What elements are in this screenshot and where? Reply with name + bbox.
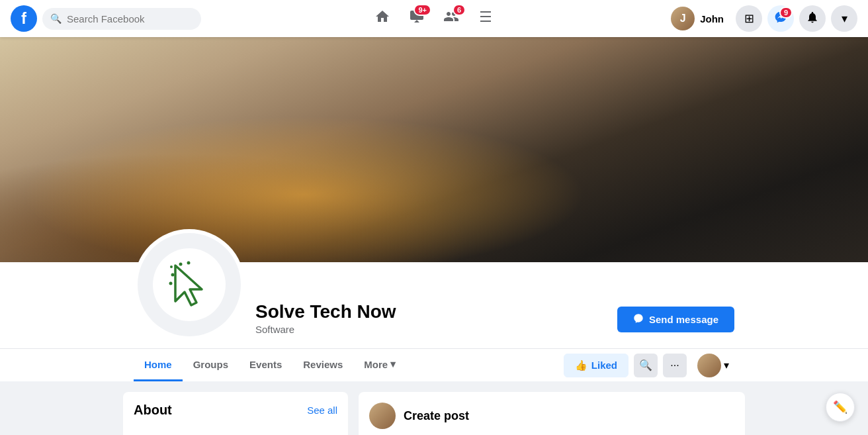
about-card: About See all	[123, 392, 348, 435]
marketplace-nav-button[interactable]	[470, 3, 501, 34]
profile-actions: Send message	[617, 307, 734, 340]
page-name: Solve Tech Now	[255, 301, 607, 322]
tab-reviews[interactable]: Reviews	[292, 350, 353, 381]
see-all-link[interactable]: See all	[307, 405, 337, 416]
navbar-center: 9+ 6	[367, 3, 501, 34]
search-bar-container: 🔍	[42, 8, 201, 30]
user-name: John	[700, 13, 724, 24]
home-nav-button[interactable]	[367, 3, 398, 34]
watch-badge: 9+	[413, 4, 431, 16]
profile-info: Solve Tech Now Software	[255, 301, 607, 340]
home-icon	[374, 9, 390, 28]
watch-nav-button[interactable]: 9+	[401, 3, 433, 34]
user-profile-chip[interactable]: J John	[664, 3, 730, 34]
page-category: Software	[255, 324, 607, 335]
navbar: f 🔍 9+ 6	[0, 0, 868, 37]
svg-point-4	[179, 263, 183, 266]
notifications-button[interactable]	[799, 5, 826, 32]
ellipsis-icon: ···	[670, 360, 679, 371]
app-menu-button[interactable]: ⊞	[736, 5, 762, 32]
tabs-left: Home Groups Events Reviews More ▾	[134, 349, 406, 381]
tab-more[interactable]: More ▾	[353, 349, 406, 381]
create-post-title[interactable]: Create post	[404, 409, 469, 423]
tab-groups[interactable]: Groups	[183, 350, 239, 381]
about-title: About	[134, 403, 172, 418]
edit-post-button[interactable]: ✏️	[826, 393, 855, 422]
messenger-button[interactable]: 9	[767, 5, 794, 32]
messenger-badge: 9	[779, 7, 793, 19]
bottom-inner: About See all Create post	[123, 392, 745, 435]
avatar: J	[671, 7, 695, 30]
account-dropdown-button[interactable]: ▾	[831, 5, 857, 32]
tabs-inner: Home Groups Events Reviews More ▾ 👍 Like…	[123, 349, 745, 381]
tab-events[interactable]: Events	[239, 350, 292, 381]
user-tab-avatar	[697, 354, 721, 377]
send-message-button[interactable]: Send message	[617, 307, 734, 332]
more-options-button[interactable]: ···	[663, 354, 687, 377]
thumbs-up-icon: 👍	[575, 360, 587, 371]
main-content: Solve Tech Now Software Send message Hom…	[0, 37, 868, 435]
search-input[interactable]	[67, 13, 193, 24]
marketplace-icon	[478, 9, 494, 28]
profile-inner: Solve Tech Now Software Send message	[123, 262, 745, 348]
create-post-card: Create post	[359, 392, 745, 435]
cover-photo	[0, 37, 868, 262]
edit-icon: ✏️	[833, 400, 847, 414]
facebook-logo[interactable]: f	[11, 5, 37, 32]
create-post-avatar	[369, 403, 396, 429]
chevron-down-icon: ▾	[390, 358, 396, 370]
friends-nav-button[interactable]: 6	[435, 3, 467, 34]
tab-dropdown-icon: ▾	[724, 359, 729, 371]
tabs-right: 👍 Liked 🔍 ··· ▾	[564, 351, 734, 380]
bottom-section: About See all Create post	[0, 381, 868, 435]
user-tab-chip[interactable]: ▾	[692, 351, 734, 380]
chevron-down-icon: ▾	[842, 11, 847, 26]
profile-section: Solve Tech Now Software Send message	[0, 262, 868, 348]
tab-home[interactable]: Home	[134, 350, 183, 381]
search-icon: 🔍	[639, 359, 652, 371]
friends-badge: 6	[453, 4, 466, 16]
liked-button[interactable]: 👍 Liked	[564, 354, 629, 377]
svg-point-2	[171, 273, 175, 277]
search-icon: 🔍	[50, 13, 62, 24]
messenger-small-icon	[633, 313, 644, 326]
grid-icon: ⊞	[744, 11, 754, 26]
about-header: About See all	[134, 403, 337, 418]
page-search-button[interactable]: 🔍	[634, 354, 658, 377]
svg-point-3	[169, 282, 173, 285]
bell-icon	[806, 11, 819, 27]
svg-point-6	[170, 266, 173, 268]
navbar-right: J John ⊞ 9 ▾	[664, 3, 857, 34]
navbar-left: f 🔍	[11, 5, 201, 32]
tabs-section: Home Groups Events Reviews More ▾ 👍 Like…	[0, 348, 868, 381]
